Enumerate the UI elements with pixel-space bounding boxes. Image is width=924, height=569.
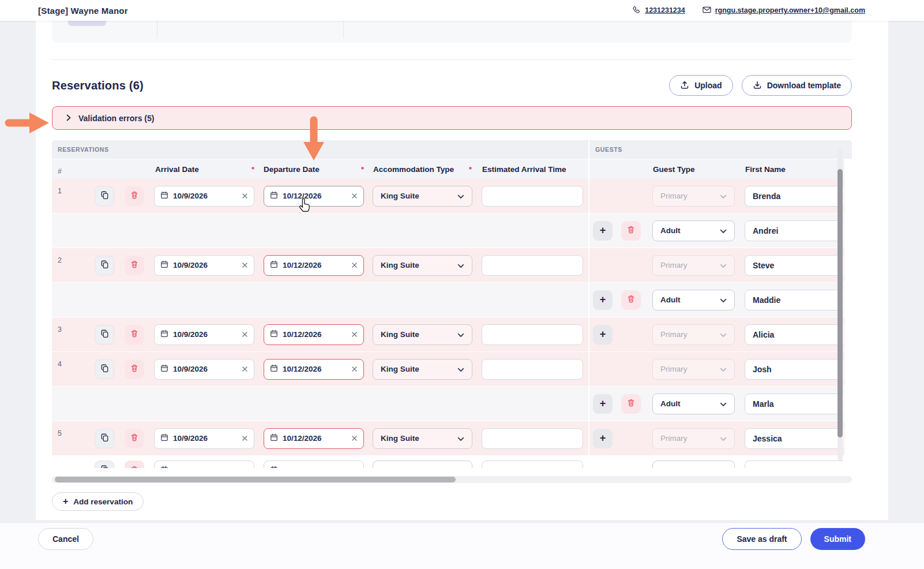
clear-date-button[interactable] — [242, 331, 248, 338]
copy-icon — [100, 330, 109, 340]
date-input[interactable]: 10/12/2026 — [264, 359, 364, 380]
accommodation-type-select[interactable]: King Suite — [373, 255, 472, 276]
accommodation-type-select[interactable]: King Suite — [373, 186, 472, 207]
delete-button[interactable] — [125, 429, 144, 448]
horizontal-scrollbar[interactable] — [52, 476, 852, 483]
vertical-scrollbar-thumb[interactable] — [837, 169, 843, 437]
delete-button[interactable] — [125, 360, 144, 379]
upload-button[interactable]: Upload — [669, 75, 733, 96]
chevron-down-icon — [457, 466, 464, 469]
clear-date-button[interactable] — [242, 435, 248, 441]
delete-button[interactable] — [125, 186, 144, 206]
table-cell: 10/9/2026 — [149, 248, 259, 282]
accommodation-type-select[interactable]: King Suite — [373, 428, 472, 449]
guest-type-select[interactable] — [652, 461, 735, 469]
clear-date-button[interactable] — [242, 468, 248, 469]
delete-button[interactable] — [621, 394, 641, 414]
clear-date-button[interactable] — [242, 193, 248, 199]
phone-link[interactable]: 1231231234 — [633, 6, 685, 16]
estimated-arrival-time-input[interactable] — [482, 359, 583, 380]
add-guest-button[interactable]: + — [593, 221, 613, 241]
date-input[interactable]: 10/12/2026 — [264, 255, 364, 276]
chevron-down-icon — [457, 260, 464, 271]
table-cell: Alicia — [741, 317, 843, 351]
accommodation-type-select[interactable] — [373, 461, 472, 469]
clear-date-button[interactable] — [351, 468, 358, 469]
first-name-input[interactable]: Maddie — [745, 290, 843, 310]
first-name-input[interactable]: Jessica — [745, 428, 843, 449]
first-name-input[interactable]: Alicia — [745, 324, 843, 345]
cancel-button[interactable]: Cancel — [38, 528, 93, 550]
calendar-icon — [160, 433, 168, 444]
delete-button[interactable] — [621, 290, 641, 310]
estimated-arrival-time-input[interactable] — [482, 324, 583, 345]
date-input[interactable]: 10/9/2026 — [154, 186, 254, 207]
estimated-arrival-time-input[interactable] — [482, 186, 583, 207]
duplicate-reservation-button[interactable] — [95, 186, 114, 206]
clear-date-button[interactable] — [242, 366, 248, 372]
col-arrival-date: Arrival Date* — [149, 159, 259, 179]
input-value: Alicia — [753, 330, 774, 339]
estimated-arrival-time-input[interactable] — [482, 461, 583, 469]
date-input[interactable]: 10/12/2026 — [264, 324, 364, 345]
first-name-input[interactable]: Steve — [745, 255, 843, 276]
duplicate-reservation-button[interactable] — [95, 360, 114, 379]
section-divider — [52, 59, 852, 60]
clear-date-button[interactable] — [351, 193, 358, 199]
guest-type-select[interactable]: Adult — [652, 290, 735, 310]
date-input[interactable]: 10/9/2026 — [154, 324, 254, 345]
clear-date-button[interactable] — [351, 331, 358, 338]
date-value: 10/12/2026 — [283, 192, 347, 200]
phone-icon — [633, 6, 641, 16]
delete-button[interactable] — [125, 325, 144, 345]
duplicate-reservation-button[interactable] — [95, 325, 114, 345]
duplicate-reservation-button[interactable] — [95, 461, 114, 469]
add-guest-button[interactable]: + — [593, 394, 613, 414]
delete-button[interactable] — [125, 461, 144, 469]
date-input[interactable]: 10/9/2026 — [154, 359, 254, 380]
first-name-input[interactable]: Marla — [745, 394, 843, 414]
accommodation-type-select[interactable]: King Suite — [373, 359, 472, 380]
delete-button[interactable] — [125, 256, 144, 275]
select-value: Primary — [660, 434, 720, 443]
date-input[interactable] — [264, 461, 364, 469]
estimated-arrival-time-input[interactable] — [482, 255, 583, 276]
date-value: 10/12/2026 — [283, 261, 347, 269]
guest-type-select[interactable]: Adult — [652, 394, 735, 414]
add-guest-button[interactable]: + — [593, 429, 613, 448]
col-number: # — [52, 159, 89, 179]
calendar-icon — [160, 330, 168, 340]
add-reservation-button[interactable]: + Add reservation — [52, 492, 144, 511]
table-cell: 10/9/2026 — [149, 421, 259, 455]
first-name-input[interactable] — [745, 461, 843, 469]
duplicate-reservation-button[interactable] — [95, 429, 114, 448]
accommodation-type-select[interactable]: King Suite — [373, 324, 472, 345]
first-name-input[interactable]: Brenda — [745, 186, 843, 207]
date-input[interactable]: 10/12/2026 — [264, 186, 364, 207]
add-guest-button[interactable]: + — [593, 325, 613, 345]
clear-date-button[interactable] — [242, 262, 248, 268]
date-input[interactable]: 10/12/2026 — [264, 428, 364, 449]
add-guest-button[interactable]: + — [593, 290, 613, 310]
vertical-scrollbar[interactable] — [837, 148, 843, 461]
estimated-arrival-time-input[interactable] — [482, 428, 583, 449]
duplicate-reservation-button[interactable] — [95, 256, 114, 275]
date-input[interactable]: 10/9/2026 — [154, 428, 254, 449]
first-name-input[interactable]: Josh — [745, 359, 843, 380]
clear-date-button[interactable] — [351, 262, 358, 268]
clear-date-button[interactable] — [351, 435, 358, 441]
validation-errors-banner[interactable]: Validation errors (5) — [52, 106, 852, 130]
delete-button[interactable] — [621, 221, 641, 241]
chevron-down-icon — [720, 226, 727, 236]
guest-type-select[interactable]: Adult — [652, 220, 735, 241]
first-name-input[interactable]: Andrei — [745, 220, 843, 241]
date-input[interactable] — [154, 461, 254, 469]
date-input[interactable]: 10/9/2026 — [154, 255, 254, 276]
submit-button[interactable]: Submit — [810, 528, 865, 550]
horizontal-scrollbar-thumb[interactable] — [55, 477, 456, 482]
clear-date-button[interactable] — [351, 366, 358, 372]
save-as-draft-button[interactable]: Save as draft — [722, 528, 801, 550]
table-cell — [369, 214, 476, 248]
download-template-button[interactable]: Download template — [742, 75, 852, 96]
email-link[interactable]: rgngu.stage.property.owner+10@gmail.com — [703, 6, 865, 15]
